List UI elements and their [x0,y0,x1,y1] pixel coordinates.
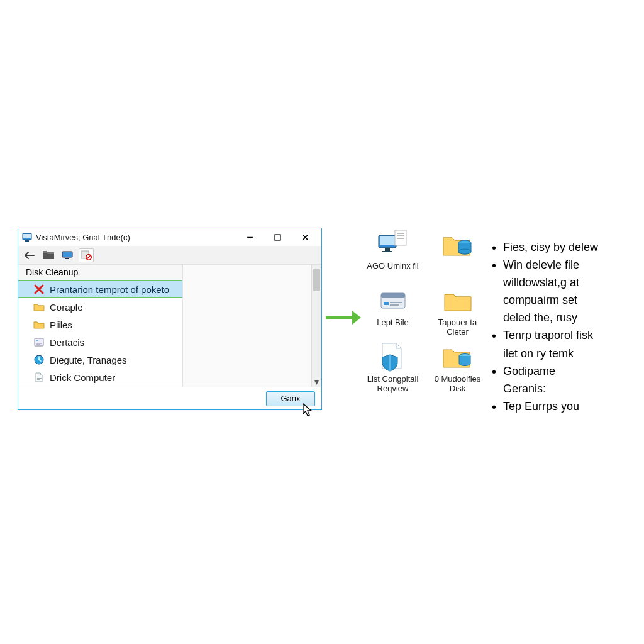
description-list: Fies, cisy by delewWin delevle filewilld… [492,239,636,416]
maximize-button[interactable] [264,229,291,245]
bullet-line: Tenrp traporol fisk [492,327,636,343]
svg-rect-38 [384,302,389,305]
svg-rect-22 [37,377,42,377]
svg-rect-33 [397,238,404,239]
grid-item-label: AGO Uminx fil [367,262,418,282]
svg-rect-23 [37,378,42,379]
svg-rect-39 [390,302,402,303]
monitor-button[interactable] [60,248,75,262]
scroll-thumb[interactable] [313,269,320,291]
grid-item[interactable]: AGO Uminx fil [362,226,423,282]
cleanup-item-label: Piiles [50,319,72,330]
cleanup-item[interactable]: Coraple [18,298,182,316]
doc-icon [33,372,45,383]
cleanup-item-list: Prantarion temprot of poketoCoraplePiile… [18,280,182,387]
svg-rect-8 [62,252,72,257]
monitor-docs-icon [376,226,410,260]
svg-rect-29 [382,251,392,252]
svg-rect-20 [36,345,40,346]
svg-rect-1 [23,234,31,238]
close-button[interactable] [291,229,319,245]
svg-rect-31 [397,233,404,234]
svg-rect-18 [36,340,38,341]
folder-barrel-icon [441,226,475,260]
svg-point-35 [458,249,471,254]
window-title: VistaMirves; Gnal Tnde(c) [36,233,236,242]
prog-icon [33,336,45,348]
folder-drive-icon [441,340,475,374]
window-footer: Ganx [18,387,321,409]
scroll-down-icon[interactable]: ▾ [312,377,321,387]
section-title: Disk Cleanup [26,267,78,277]
grid-item-label: 0 Mudoolfies Disk [427,375,488,395]
sidebar: Disk Cleanup Prantarion temprot of poket… [18,265,183,387]
grid-item[interactable]: List Congpitail Reqview [362,340,423,395]
svg-rect-27 [380,236,395,245]
svg-rect-24 [37,379,40,380]
grid-item[interactable]: Tapouer ta Cleter [427,283,488,338]
app-icon [22,232,32,242]
cleanup-item[interactable]: Prantarion temprot of poketo [18,280,182,298]
cleanup-item[interactable]: Drick Computer [18,369,182,386]
card-icon [376,283,410,317]
section-header[interactable]: Disk Cleanup [18,265,182,280]
grid-item-label: List Congpitail Reqview [362,375,423,395]
related-items-grid: AGO Uminx filLept BileTapouer ta CleterL… [362,226,488,395]
cleanup-item[interactable]: One ßags tenls [18,386,182,387]
content-pane: ▴ ▾ [183,265,321,387]
svg-rect-37 [381,293,405,298]
toolbar [18,246,321,265]
cleanup-item[interactable]: Piiles [18,316,182,333]
cleanup-item-label: Dertacis [50,337,84,348]
blocked-tool-button[interactable] [79,248,94,262]
minimize-button[interactable] [236,229,264,245]
clock-icon [33,354,45,365]
bullet-line: Win delevle file [492,257,636,273]
svg-rect-40 [390,304,399,306]
svg-rect-19 [36,343,42,344]
bullet-line: ilet on ry temk [492,345,636,362]
bullet-line: willdowslat,g at [492,274,636,291]
svg-rect-4 [275,235,280,240]
bullet-line: Fies, cisy by delew [492,239,636,255]
folder-plain-icon [441,283,475,317]
grid-item-label: Lept Bile [377,318,409,338]
grid-item[interactable]: Lept Bile [362,283,423,338]
cleanup-item-label: Coraple [50,302,83,313]
red-x-icon [33,284,45,295]
cleanup-item[interactable]: Dertacis [18,333,182,351]
grid-item[interactable] [427,226,488,282]
folder-icon [33,301,45,313]
svg-rect-28 [385,248,390,251]
svg-rect-9 [65,258,69,259]
folder-button[interactable] [41,248,56,262]
doc-shield-icon [376,340,410,374]
cleanup-item-label: Diegute, Tranages [50,355,127,365]
bullet-line: Tep Eurrps you [492,398,636,414]
cleanup-item-label: Prantarion temprot of poketo [50,284,169,295]
folder-icon [33,319,45,330]
vertical-scrollbar[interactable]: ▴ ▾ [311,265,321,387]
bullet-line: Godipame [492,363,636,379]
titlebar: VistaMirves; Gnal Tnde(c) [18,228,321,246]
svg-rect-2 [25,240,29,242]
back-button[interactable] [22,248,37,262]
bullet-line: deled the, rusy [492,309,636,326]
arrow-right-icon [325,308,362,327]
ok-button[interactable]: Ganx [266,391,315,406]
cleanup-item-label: Drick Computer [50,372,115,383]
svg-rect-32 [397,235,404,236]
disk-cleanup-window: VistaMirves; Gnal Tnde(c) [18,228,322,410]
bullet-line: Geranis: [492,380,636,397]
grid-item-label: Tapouer ta Cleter [427,318,488,338]
grid-item[interactable]: 0 Mudoolfies Disk [427,340,488,395]
cleanup-item[interactable]: Diegute, Tranages [18,351,182,369]
ok-button-label: Ganx [280,394,300,403]
bullet-line: compuairm set [492,292,636,308]
